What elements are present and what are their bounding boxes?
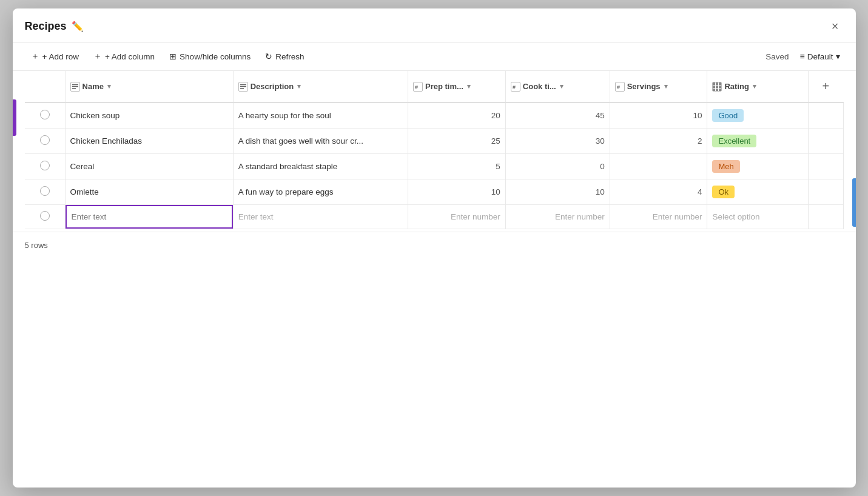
row-rating[interactable]: Good bbox=[707, 102, 808, 129]
rating-sort-icon[interactable]: ▾ bbox=[753, 82, 756, 90]
row-cook-time[interactable]: 0 bbox=[505, 154, 610, 179]
th-name[interactable]: Name ▾ bbox=[65, 71, 233, 102]
new-row-checkbox[interactable] bbox=[40, 211, 50, 221]
right-bar-decoration bbox=[852, 178, 856, 227]
servings-col-icon: # bbox=[615, 82, 625, 92]
prep-sort-icon[interactable]: ▾ bbox=[467, 82, 471, 90]
add-column-icon: ＋ bbox=[93, 51, 102, 62]
row-checkbox[interactable] bbox=[40, 186, 50, 196]
row-servings[interactable]: 10 bbox=[610, 102, 707, 129]
svg-text:#: # bbox=[415, 84, 418, 90]
new-row-name-cell[interactable] bbox=[65, 205, 233, 229]
th-servings-label: Servings bbox=[627, 82, 661, 91]
rating-badge: Good bbox=[712, 109, 744, 122]
desc-sort-icon[interactable]: ▾ bbox=[297, 82, 301, 90]
edit-title-icon[interactable]: ✏️ bbox=[72, 21, 84, 32]
row-description[interactable]: A hearty soup for the soul bbox=[233, 102, 408, 129]
row-add-col bbox=[808, 129, 843, 154]
row-prep-time[interactable]: 10 bbox=[408, 179, 506, 205]
table-footer: 5 rows bbox=[13, 232, 856, 258]
rating-badge: Excellent bbox=[712, 135, 756, 147]
refresh-label: Refresh bbox=[275, 52, 304, 61]
new-row-rating[interactable]: Select option bbox=[707, 205, 808, 229]
row-name[interactable]: Cereal bbox=[65, 154, 233, 179]
desc-col-icon bbox=[238, 82, 248, 92]
rating-badge: Ok bbox=[712, 186, 735, 198]
cook-sort-icon[interactable]: ▾ bbox=[560, 82, 564, 90]
row-servings[interactable]: 4 bbox=[610, 179, 707, 205]
new-row-name-input[interactable] bbox=[66, 205, 233, 229]
row-name[interactable]: Omlette bbox=[65, 179, 233, 205]
row-name[interactable]: Chicken Enchiladas bbox=[65, 129, 233, 154]
cook-col-icon: # bbox=[511, 82, 520, 92]
add-row-button[interactable]: ＋ + Add row bbox=[25, 47, 85, 65]
row-rating[interactable]: Meh bbox=[707, 154, 808, 179]
rating-badge: Meh bbox=[712, 160, 739, 173]
th-add-column[interactable]: + bbox=[808, 71, 843, 102]
row-description[interactable]: A standard breakfast staple bbox=[233, 154, 408, 179]
new-row-servings[interactable]: Enter number bbox=[610, 205, 707, 229]
prep-col-icon: # bbox=[413, 82, 423, 92]
row-add-col bbox=[808, 154, 843, 179]
th-cook-time[interactable]: # Cook ti... ▾ bbox=[505, 71, 610, 102]
row-rating[interactable]: Excellent bbox=[707, 129, 808, 154]
row-prep-time[interactable]: 25 bbox=[408, 129, 506, 154]
svg-rect-5 bbox=[240, 88, 244, 89]
row-cook-time[interactable]: 30 bbox=[505, 129, 610, 154]
toolbar: ＋ + Add row ＋ + Add column ⊞ Show/hide c… bbox=[13, 42, 856, 71]
new-row: Enter textEnter numberEnter numberEnter … bbox=[25, 205, 844, 229]
row-add-col bbox=[808, 102, 843, 129]
new-row-prep-time[interactable]: Enter number bbox=[408, 205, 506, 229]
table-row: CerealA standard breakfast staple50Meh bbox=[25, 154, 844, 179]
add-column-icon-btn[interactable]: + bbox=[818, 77, 835, 96]
row-rating[interactable]: Ok bbox=[707, 179, 808, 205]
row-checkbox-cell bbox=[25, 102, 66, 129]
th-description-label: Description bbox=[251, 82, 294, 91]
default-view-button[interactable]: ≡ Default ▾ bbox=[796, 49, 844, 64]
row-checkbox-cell bbox=[25, 154, 66, 179]
add-row-label: + Add row bbox=[42, 52, 79, 61]
row-checkbox[interactable] bbox=[40, 135, 50, 145]
row-servings[interactable]: 2 bbox=[610, 129, 707, 154]
rating-grid-icon bbox=[713, 82, 721, 91]
left-bar-decoration bbox=[13, 99, 16, 136]
th-rating-label: Rating bbox=[724, 82, 749, 91]
add-column-button[interactable]: ＋ + Add column bbox=[87, 47, 161, 65]
add-column-label: + Add column bbox=[105, 52, 155, 61]
th-description[interactable]: Description ▾ bbox=[233, 71, 408, 102]
title-area: Recipes ✏️ bbox=[25, 20, 84, 33]
saved-status: Saved bbox=[765, 52, 789, 61]
show-hide-columns-button[interactable]: ⊞ Show/hide columns bbox=[163, 48, 257, 65]
new-row-cook-time[interactable]: Enter number bbox=[505, 205, 610, 229]
row-description[interactable]: A fun way to prepare eggs bbox=[233, 179, 408, 205]
row-checkbox-cell bbox=[25, 129, 66, 154]
svg-text:#: # bbox=[513, 84, 516, 90]
th-rating[interactable]: Rating ▾ bbox=[707, 71, 808, 102]
close-button[interactable]: × bbox=[827, 17, 844, 36]
th-servings[interactable]: # Servings ▾ bbox=[610, 71, 707, 102]
chevron-down-icon: ▾ bbox=[836, 52, 840, 61]
svg-rect-1 bbox=[72, 86, 78, 87]
row-servings[interactable] bbox=[610, 154, 707, 179]
row-checkbox[interactable] bbox=[40, 161, 50, 170]
refresh-button[interactable]: ↻ Refresh bbox=[259, 48, 310, 65]
table-row: OmletteA fun way to prepare eggs10104Ok bbox=[25, 179, 844, 205]
row-checkbox-cell bbox=[25, 179, 66, 205]
th-prep-time[interactable]: # Prep tim... ▾ bbox=[408, 71, 506, 102]
servings-sort-icon[interactable]: ▾ bbox=[664, 82, 668, 90]
name-sort-icon[interactable]: ▾ bbox=[107, 82, 111, 90]
row-prep-time[interactable]: 5 bbox=[408, 154, 506, 179]
svg-rect-0 bbox=[72, 84, 78, 85]
new-row-description[interactable]: Enter text bbox=[233, 205, 408, 229]
row-cook-time[interactable]: 45 bbox=[505, 102, 610, 129]
show-hide-icon: ⊞ bbox=[169, 52, 177, 61]
row-name[interactable]: Chicken soup bbox=[65, 102, 233, 129]
table-row: Chicken soupA hearty soup for the soul20… bbox=[25, 102, 844, 129]
name-col-icon bbox=[70, 82, 80, 92]
row-description[interactable]: A dish that goes well with sour cr... bbox=[233, 129, 408, 154]
row-cook-time[interactable]: 10 bbox=[505, 179, 610, 205]
show-hide-label: Show/hide columns bbox=[180, 52, 251, 61]
row-checkbox[interactable] bbox=[40, 110, 50, 119]
modal-title: Recipes bbox=[25, 20, 67, 33]
row-prep-time[interactable]: 20 bbox=[408, 102, 506, 129]
